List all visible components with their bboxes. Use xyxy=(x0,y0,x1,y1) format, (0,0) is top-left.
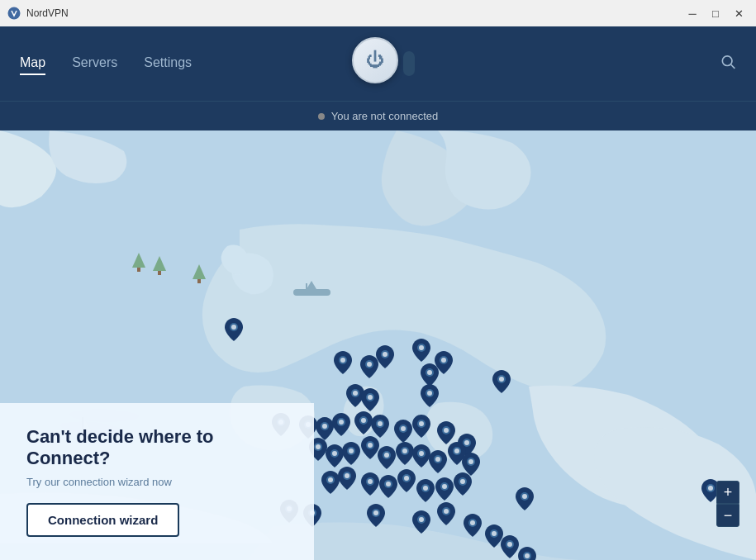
location-pin[interactable] xyxy=(435,477,454,501)
svg-point-114 xyxy=(525,553,530,558)
svg-point-50 xyxy=(378,421,383,426)
location-pin[interactable] xyxy=(416,479,435,502)
svg-rect-12 xyxy=(137,268,140,272)
svg-point-44 xyxy=(322,424,327,429)
svg-point-94 xyxy=(460,479,465,484)
status-bar: You are not connected xyxy=(0,101,756,131)
bottom-card: Can't decide where to Connect? Try our c… xyxy=(0,403,314,560)
svg-rect-4 xyxy=(293,289,330,296)
svg-point-106 xyxy=(444,509,449,514)
location-pin[interactable] xyxy=(501,535,519,558)
window-controls: ─ □ ✕ xyxy=(682,2,749,24)
svg-point-88 xyxy=(404,476,409,481)
location-pin[interactable] xyxy=(394,420,412,443)
connection-wizard-button[interactable]: Connection wizard xyxy=(26,503,179,537)
title-bar-left: NordVPN xyxy=(7,6,69,21)
svg-point-90 xyxy=(423,486,428,491)
location-pin[interactable] xyxy=(412,510,430,534)
location-pin[interactable] xyxy=(516,487,534,510)
connection-status-dot xyxy=(318,113,325,120)
tab-servers[interactable]: Servers xyxy=(72,52,117,75)
search-button[interactable] xyxy=(720,54,736,74)
zoom-controls: + − xyxy=(716,481,739,527)
tab-settings[interactable]: Settings xyxy=(144,52,192,75)
location-pin[interactable] xyxy=(492,370,511,393)
svg-point-68 xyxy=(384,453,389,458)
svg-point-34 xyxy=(353,391,358,396)
svg-point-116 xyxy=(708,486,713,491)
location-pin[interactable] xyxy=(361,436,379,459)
location-pin[interactable] xyxy=(321,471,340,494)
location-pin[interactable] xyxy=(338,467,356,490)
location-pin[interactable] xyxy=(412,339,430,362)
svg-rect-14 xyxy=(158,271,161,275)
svg-point-1 xyxy=(722,56,732,66)
power-button-container: ⏻ xyxy=(352,37,405,90)
location-pin[interactable] xyxy=(421,384,439,407)
location-pin[interactable] xyxy=(334,351,352,374)
nav-tabs: Map Servers Settings xyxy=(20,52,192,75)
svg-line-2 xyxy=(731,64,735,69)
svg-point-60 xyxy=(316,444,321,449)
location-pin[interactable] xyxy=(437,421,455,444)
location-pin[interactable] xyxy=(396,442,414,465)
svg-point-48 xyxy=(361,418,366,423)
location-pin[interactable] xyxy=(367,504,385,527)
svg-point-64 xyxy=(349,448,354,453)
map-area[interactable]: Can't decide where to Connect? Try our c… xyxy=(0,131,756,560)
svg-point-112 xyxy=(507,542,512,547)
svg-point-62 xyxy=(332,451,337,456)
location-pin[interactable] xyxy=(371,415,389,438)
location-pin[interactable] xyxy=(326,444,344,467)
location-pin[interactable] xyxy=(378,446,396,469)
location-pin[interactable] xyxy=(342,442,360,465)
location-pin[interactable] xyxy=(397,469,416,492)
maximize-button[interactable]: □ xyxy=(705,2,726,24)
power-button[interactable]: ⏻ xyxy=(352,37,398,83)
zoom-in-button[interactable]: + xyxy=(716,481,739,504)
connection-status-text: You are not connected xyxy=(331,110,439,122)
location-pin[interactable] xyxy=(376,345,394,368)
svg-point-66 xyxy=(368,443,373,448)
svg-point-22 xyxy=(367,362,372,367)
tab-map[interactable]: Map xyxy=(20,52,45,75)
title-bar: NordVPN ─ □ ✕ xyxy=(0,0,756,26)
svg-point-30 xyxy=(427,370,432,375)
location-pin[interactable] xyxy=(437,502,455,525)
svg-rect-6 xyxy=(306,283,307,290)
svg-point-70 xyxy=(402,448,407,453)
zoom-out-button[interactable]: − xyxy=(716,504,739,527)
location-pin[interactable] xyxy=(361,388,379,411)
nordvpn-logo-icon xyxy=(7,6,21,21)
app-title: NordVPN xyxy=(26,7,69,19)
svg-point-54 xyxy=(419,421,424,426)
minimize-button[interactable]: ─ xyxy=(682,2,703,24)
svg-point-38 xyxy=(427,391,432,396)
location-pin[interactable] xyxy=(412,415,430,438)
svg-point-26 xyxy=(419,345,424,350)
svg-point-52 xyxy=(401,426,406,431)
location-pin[interactable] xyxy=(454,472,472,496)
location-pin[interactable] xyxy=(354,411,373,434)
location-pin[interactable] xyxy=(332,413,350,436)
location-pin[interactable] xyxy=(464,514,482,537)
power-track xyxy=(403,51,415,76)
svg-rect-16 xyxy=(197,279,201,283)
location-pin[interactable] xyxy=(421,363,439,387)
svg-point-28 xyxy=(441,358,446,363)
card-subtitle: Try our connection wizard now xyxy=(26,476,288,488)
location-pin[interactable] xyxy=(518,547,536,560)
location-pin[interactable] xyxy=(412,444,430,467)
close-button[interactable]: ✕ xyxy=(728,2,749,24)
svg-point-110 xyxy=(492,531,497,536)
location-pin[interactable] xyxy=(361,472,379,496)
svg-point-102 xyxy=(373,510,378,515)
svg-point-24 xyxy=(383,352,388,357)
svg-point-74 xyxy=(435,457,440,462)
svg-point-56 xyxy=(444,428,449,433)
location-pin[interactable] xyxy=(316,417,334,440)
location-pin[interactable] xyxy=(379,475,397,498)
location-pin[interactable] xyxy=(225,318,243,341)
location-pin[interactable] xyxy=(429,450,447,473)
power-section: ⏻ xyxy=(352,37,405,90)
